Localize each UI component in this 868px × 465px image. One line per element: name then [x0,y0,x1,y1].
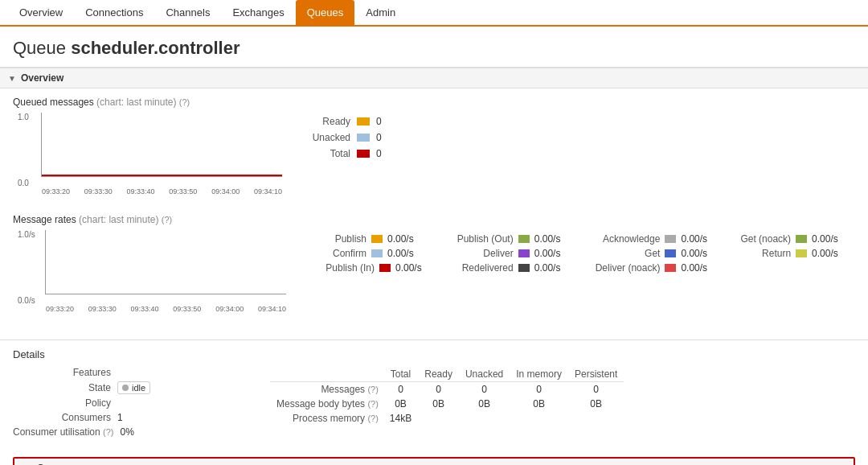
queued-messages-chart-container: 1.0 0.0 09:33:20 09:33:30 09:33:40 09:33… [13,113,855,201]
detail-consumers-row: Consumers 1 [13,412,254,423]
rate-return: Return 0.00/s [727,248,838,259]
queued-messages-label: Queued messages (chart: last minute) (?) [13,97,855,108]
details-content: Details Features State idle Policy [0,340,868,449]
rate-publish-out: Publish (Out) 0.00/s [441,233,561,245]
rate-redelivered: Redelivered 0.00/s [441,262,561,274]
stats-body-bytes-row: Message body bytes (?) 0B 0B 0B 0B 0B [270,397,624,411]
legend-total: Total 0 [306,148,382,159]
chart-x-labels: 09:33:20 09:33:30 09:33:40 09:33:50 09:3… [42,187,282,195]
legend-unacked: Unacked 0 [306,132,382,143]
ready-color [357,117,370,126]
nav-overview[interactable]: Overview [8,0,74,25]
details-body: Features State idle Policy Consumers 1 [13,367,855,441]
stats-messages-row: Messages (?) 0 0 0 0 0 [270,382,624,397]
queued-messages-legend: Ready 0 Unacked 0 Total 0 [306,116,382,159]
stats-table: Total Ready Unacked In memory Persistent… [270,367,624,426]
message-rates-section: Message rates (chart: last minute) (?) 1… [13,214,855,319]
overview-content: Queued messages (chart: last minute) (?)… [0,88,868,339]
stats-header-row: Total Ready Unacked In memory Persistent [270,367,624,382]
rates-chart-x-labels: 09:33:20 09:33:30 09:33:40 09:33:50 09:3… [46,305,286,313]
nav-connections[interactable]: Connections [74,0,154,25]
queued-messages-help[interactable]: (?) [179,97,190,107]
nav-exchanges[interactable]: Exchanges [221,0,295,25]
stats-process-memory-row: Process memory (?) 14kB [270,411,624,426]
detail-consumer-util-row: Consumer utilisation (?) 0% [13,426,254,438]
details-title: Details [13,348,855,360]
rate-get: Get 0.00/s [579,248,707,259]
nav-admin[interactable]: Admin [354,0,407,25]
top-navigation: Overview Connections Channels Exchanges … [0,0,868,27]
rate-publish-in: Publish (In) 0.00/s [310,262,422,274]
rates-col3: Acknowledge 0.00/s Get 0.00/s Deliver (n… [579,233,707,277]
message-rates-label: Message rates (chart: last minute) (?) [13,214,855,225]
overview-section-header: ▼ Overview [0,68,868,88]
consumer-util-help[interactable]: (?) [103,427,113,437]
rates-col2: Publish (Out) 0.00/s Deliver 0.00/s Rede… [441,233,561,277]
unacked-color [357,134,370,142]
detail-state-row: State idle [13,381,254,394]
message-rates-help[interactable]: (?) [162,215,172,224]
details-stats-panel: Total Ready Unacked In memory Persistent… [270,367,624,426]
message-rates-chart: 1.0/s 0.0/s 09:33:20 09:33:30 09:33:40 0… [45,230,286,294]
rate-deliver-noack: Deliver (noack) 0.00/s [579,262,707,274]
overview-section-label: Overview [21,72,63,84]
state-label: idle [132,383,145,393]
message-rates-chart-container: 1.0/s 0.0/s 09:33:20 09:33:30 09:33:40 0… [13,230,855,319]
rate-publish: Publish 0.00/s [310,233,422,245]
rate-confirm: Confirm 0.00/s [310,248,422,259]
collapse-triangle[interactable]: ▼ [8,74,16,83]
consumers-section: ▼ Consumers Channel Consumer tag Ack req… [13,457,855,465]
queued-messages-section: Queued messages (chart: last minute) (?)… [13,97,855,201]
legend-ready: Ready 0 [306,116,382,127]
detail-policy-row: Policy [13,397,254,409]
rate-deliver: Deliver 0.00/s [441,248,561,259]
detail-features-row: Features [13,367,254,378]
total-color [357,150,370,158]
state-badge: idle [117,381,150,394]
rate-acknowledge: Acknowledge 0.00/s [579,233,707,245]
rates-col1: Publish 0.00/s Confirm 0.00/s Publish (I… [310,233,422,277]
nav-channels[interactable]: Channels [154,0,221,25]
consumers-section-header: ▼ Consumers [14,459,854,465]
details-left-panel: Features State idle Policy Consumers 1 [13,367,254,441]
idle-dot [122,385,129,391]
rate-get-noack: Get (noack) 0.00/s [727,233,838,245]
rates-col4: Get (noack) 0.00/s Return 0.00/s [727,233,838,277]
page-title: Queue scheduler.controller [0,27,868,67]
nav-queues[interactable]: Queues [296,0,355,25]
queued-messages-chart: 1.0 0.0 09:33:20 09:33:30 09:33:40 09:33… [41,113,282,177]
rates-legend: Publish 0.00/s Confirm 0.00/s Publish (I… [310,233,838,277]
